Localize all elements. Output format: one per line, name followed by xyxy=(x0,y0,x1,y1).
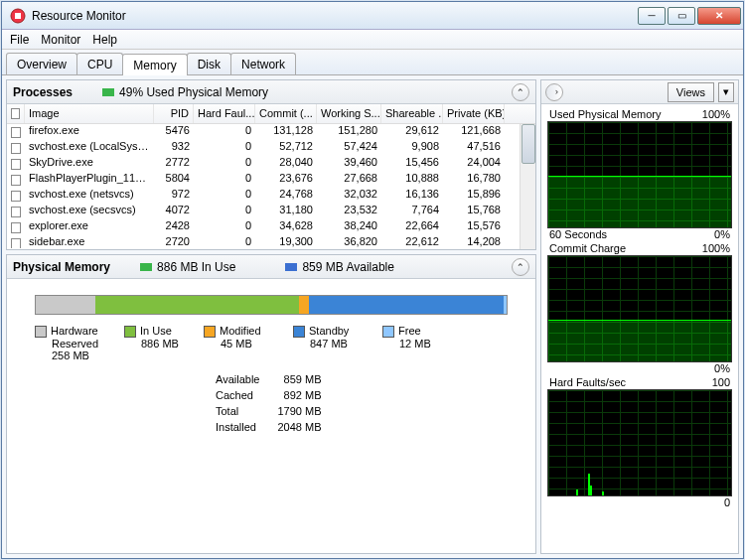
physmem-header[interactable]: Physical Memory 886 MB In Use 859 MB Ava… xyxy=(7,255,535,279)
menu-monitor[interactable]: Monitor xyxy=(41,33,80,47)
col-pid[interactable]: PID xyxy=(154,104,194,123)
cell-hard: 0 xyxy=(194,124,255,140)
processes-panel: Processes 49% Used Physical Memory ⌃ Ima… xyxy=(6,79,536,250)
cell-hard: 0 xyxy=(194,140,255,156)
svg-rect-1 xyxy=(15,13,21,19)
tab-disk[interactable]: Disk xyxy=(187,53,231,74)
checkbox[interactable] xyxy=(11,238,21,249)
g3-bottom: 0 xyxy=(724,496,730,508)
cell-commit: 19,300 xyxy=(255,235,317,248)
tab-cpu[interactable]: CPU xyxy=(76,53,123,74)
table-row[interactable]: FlashPlayerPlugin_11_4_402...5804023,676… xyxy=(7,172,535,188)
table-row[interactable]: firefox.exe54760131,128151,28029,612121,… xyxy=(7,124,535,140)
table-row[interactable]: sidebar.exe2720019,30036,82022,61214,208 xyxy=(7,235,535,248)
col-shareable[interactable]: Shareable ... xyxy=(381,104,443,123)
cell-image: firefox.exe xyxy=(25,124,154,140)
cell-working: 32,032 xyxy=(317,188,381,204)
table-row[interactable]: explorer.exe2428034,62838,24022,66415,57… xyxy=(7,219,535,235)
checkbox[interactable] xyxy=(11,143,21,154)
chevron-up-icon[interactable]: ⌃ xyxy=(512,83,529,101)
stat-available-label: Available xyxy=(216,371,259,387)
col-working[interactable]: Working S... xyxy=(317,104,381,123)
table-row[interactable]: svchost.exe (netsvcs)972024,76832,03216,… xyxy=(7,188,535,204)
titlebar[interactable]: Resource Monitor ─ ▭ ✕ xyxy=(2,2,743,30)
cell-hard: 0 xyxy=(194,219,255,235)
bar-seg-standby xyxy=(309,296,504,314)
cell-private: 24,004 xyxy=(443,156,505,172)
checkbox[interactable] xyxy=(11,222,21,233)
cell-commit: 23,676 xyxy=(255,172,317,188)
cell-hard: 0 xyxy=(194,156,255,172)
g3-title: Hard Faults/sec xyxy=(549,376,626,388)
chevron-right-icon[interactable]: ⌃ xyxy=(545,83,563,101)
g3-top: 100 xyxy=(712,376,730,388)
cell-pid: 2428 xyxy=(154,219,194,235)
cell-working: 151,280 xyxy=(317,124,381,140)
checkbox[interactable] xyxy=(11,175,21,186)
stat-available-value: 859 MB xyxy=(277,371,321,387)
physmem-title: Physical Memory xyxy=(13,260,110,274)
cell-private: 15,896 xyxy=(443,188,505,204)
scrollbar[interactable] xyxy=(520,124,535,249)
window: Resource Monitor ─ ▭ ✕ File Monitor Help… xyxy=(1,1,744,559)
cell-pid: 5476 xyxy=(154,124,194,140)
checkbox-all[interactable] xyxy=(11,108,20,119)
table-row[interactable]: SkyDrive.exe2772028,04039,46015,45624,00… xyxy=(7,156,535,172)
views-dropdown-icon[interactable]: ▾ xyxy=(718,82,734,102)
g1-top: 100% xyxy=(702,108,730,120)
table-row[interactable]: svchost.exe (secsvcs)4072031,18023,5327,… xyxy=(7,204,535,219)
checkbox[interactable] xyxy=(11,127,21,138)
checkbox[interactable] xyxy=(11,207,21,217)
col-image[interactable]: Image xyxy=(25,104,154,123)
g1-bottom: 0% xyxy=(714,228,730,240)
table-row[interactable]: svchost.exe (LocalSystemN...932052,71257… xyxy=(7,140,535,156)
views-button[interactable]: Views xyxy=(668,82,714,102)
tab-overview[interactable]: Overview xyxy=(6,53,77,74)
processes-title: Processes xyxy=(13,85,73,99)
chevron-up-icon[interactable]: ⌃ xyxy=(512,258,529,276)
cell-commit: 24,768 xyxy=(255,188,317,204)
cell-pid: 2772 xyxy=(154,156,194,172)
table-header: Image PID Hard Faul... Commit (... Worki… xyxy=(7,104,535,124)
minimize-button[interactable]: ─ xyxy=(638,7,666,25)
col-hard[interactable]: Hard Faul... xyxy=(194,104,255,123)
cell-image: svchost.exe (LocalSystemN... xyxy=(25,140,154,156)
graphs-panel: ⌃ Views ▾ Used Physical Memory100% 60 Se… xyxy=(540,79,739,554)
tab-memory[interactable]: Memory xyxy=(122,54,187,75)
cell-private: 15,768 xyxy=(443,204,505,219)
tab-network[interactable]: Network xyxy=(230,53,296,74)
close-button[interactable]: ✕ xyxy=(697,7,741,25)
tabs: Overview CPU Memory Disk Network xyxy=(2,50,743,75)
cell-working: 39,460 xyxy=(317,156,381,172)
checkbox[interactable] xyxy=(11,191,21,202)
cell-pid: 972 xyxy=(154,188,194,204)
cell-shareable: 22,612 xyxy=(381,235,443,248)
stat-cached-value: 892 MB xyxy=(277,387,321,403)
cell-commit: 52,712 xyxy=(255,140,317,156)
physmem-avail-hdr: 859 MB Available xyxy=(302,260,394,274)
cell-working: 57,424 xyxy=(317,140,381,156)
cell-hard: 0 xyxy=(194,235,255,248)
legend-inuse: In Use886 MB xyxy=(124,325,204,361)
col-commit[interactable]: Commit (... xyxy=(255,104,317,123)
checkbox[interactable] xyxy=(11,159,21,170)
menu-help[interactable]: Help xyxy=(92,33,117,47)
legend-free: Free12 MB xyxy=(382,325,452,361)
g1-xlabel: 60 Seconds xyxy=(549,228,607,240)
processes-header[interactable]: Processes 49% Used Physical Memory ⌃ xyxy=(7,80,535,104)
app-icon xyxy=(10,8,26,24)
cell-commit: 28,040 xyxy=(255,156,317,172)
menu-file[interactable]: File xyxy=(10,33,29,47)
col-private[interactable]: Private (KB) xyxy=(443,104,505,123)
cell-pid: 5804 xyxy=(154,172,194,188)
cell-shareable: 22,664 xyxy=(381,219,443,235)
memory-bar xyxy=(35,295,508,315)
cell-pid: 4072 xyxy=(154,204,194,219)
maximize-button[interactable]: ▭ xyxy=(668,7,695,25)
cell-working: 38,240 xyxy=(317,219,381,235)
scrollbar-thumb[interactable] xyxy=(522,124,535,164)
bar-seg-inuse xyxy=(95,296,299,314)
cell-working: 27,668 xyxy=(317,172,381,188)
cell-image: sidebar.exe xyxy=(25,235,154,248)
cell-commit: 31,180 xyxy=(255,204,317,219)
